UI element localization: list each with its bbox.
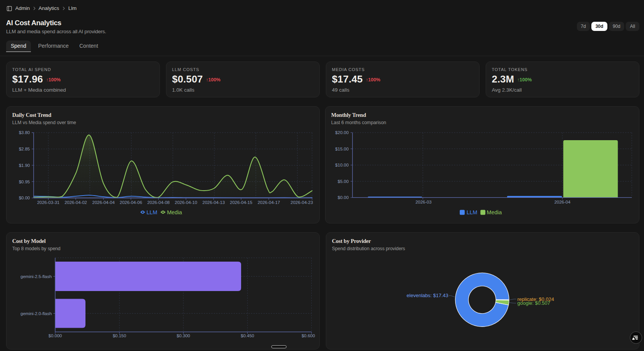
svg-text:$0.00: $0.00 xyxy=(19,196,30,200)
svg-text:2026-04-17: 2026-04-17 xyxy=(258,200,280,205)
svg-text:2026-03: 2026-03 xyxy=(415,200,431,204)
svg-text:2026-04-13: 2026-04-13 xyxy=(202,200,225,205)
svg-text:google: $0.507: google: $0.507 xyxy=(517,300,550,306)
svg-text:2026-04-06: 2026-04-06 xyxy=(120,200,142,205)
svg-text:2026-03-31: 2026-03-31 xyxy=(37,200,60,205)
svg-text:2026-04-04: 2026-04-04 xyxy=(92,200,115,205)
svg-text:gemini-2.5-flash: gemini-2.5-flash xyxy=(21,274,52,279)
svg-text:$0.600: $0.600 xyxy=(301,333,315,338)
svg-text:Media: Media xyxy=(487,209,502,215)
svg-text:LLM: LLM xyxy=(467,209,477,215)
svg-text:$2.85: $2.85 xyxy=(19,147,30,151)
svg-text:$0.300: $0.300 xyxy=(177,333,190,338)
svg-text:elevenlabs: $17.43: elevenlabs: $17.43 xyxy=(407,293,448,298)
svg-text:Media: Media xyxy=(167,209,182,215)
svg-text:2026-04-10: 2026-04-10 xyxy=(175,200,197,205)
svg-text:2026-04-23: 2026-04-23 xyxy=(291,200,313,205)
svg-text:$0.150: $0.150 xyxy=(113,333,126,338)
svg-text:$5.00: $5.00 xyxy=(338,179,349,184)
svg-text:LLM: LLM xyxy=(147,209,157,215)
svg-text:$20.00: $20.00 xyxy=(335,130,349,135)
svg-text:2026-04-08: 2026-04-08 xyxy=(147,200,170,205)
svg-text:2026-04-02: 2026-04-02 xyxy=(64,200,87,205)
svg-text:$15.00: $15.00 xyxy=(335,147,349,151)
svg-text:$3.80: $3.80 xyxy=(19,130,30,135)
svg-text:$1.90: $1.90 xyxy=(19,163,30,168)
svg-text:$10.00: $10.00 xyxy=(335,163,349,167)
svg-text:$0.95: $0.95 xyxy=(19,180,30,184)
svg-text:2026-04-15: 2026-04-15 xyxy=(230,200,253,205)
svg-text:$0.450: $0.450 xyxy=(241,333,254,338)
svg-text:$0.000: $0.000 xyxy=(48,333,62,338)
svg-text:gemini-2.0-flash: gemini-2.0-flash xyxy=(21,311,52,316)
svg-text:$0.00: $0.00 xyxy=(338,195,349,200)
svg-text:2026-04: 2026-04 xyxy=(554,200,571,204)
